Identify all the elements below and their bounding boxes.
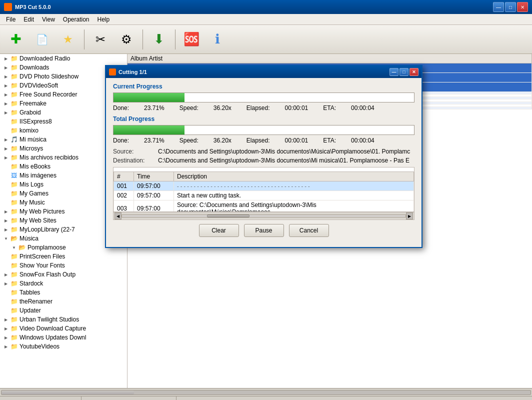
- expand-pomplamoose[interactable]: ▼: [10, 244, 18, 252]
- tree-item-urban-twilight[interactable]: ▶ 📁 Urban Twilight Studios: [0, 315, 127, 324]
- tree-label: DVDVideoSoft: [20, 82, 58, 89]
- tree-item-updater[interactable]: 📁 Updater: [0, 306, 127, 315]
- log-row[interactable]: 001 09:57:00 - - - - - - - - - - - - - -…: [114, 182, 414, 191]
- hscroll-right-btn[interactable]: ▶: [406, 212, 413, 220]
- hscroll-thumb[interactable]: [207, 214, 250, 218]
- tree-item-tabbles[interactable]: 📁 Tabbles: [0, 288, 127, 297]
- expand-mylooplibrary[interactable]: ▶: [2, 226, 10, 234]
- hscroll-track[interactable]: [122, 214, 406, 218]
- total-speed-label: Speed:: [180, 137, 198, 144]
- tree-item-snowfox[interactable]: ▶ 📁 SnowFox Flash Outp: [0, 270, 127, 279]
- tools-button[interactable]: ⚙: [114, 28, 138, 52]
- dialog-close-button[interactable]: ✕: [410, 68, 418, 76]
- tree-item-windows-updates[interactable]: ▶ 📁 Windows Updates Downl: [0, 333, 127, 342]
- expand-mis-archivos[interactable]: ▶: [2, 154, 10, 162]
- tree-item-youtube[interactable]: ▶ 📁 YoutubeVideos: [0, 342, 127, 351]
- tree-label: Música: [20, 235, 38, 242]
- expand-mis-logs[interactable]: [2, 180, 10, 188]
- add-files-button[interactable]: ✚: [4, 28, 28, 52]
- tree-label: Video Download Capture: [20, 325, 86, 332]
- folder-icon: 📁: [10, 298, 18, 306]
- tree-item-stardock[interactable]: ▶ 📁 Stardock: [0, 279, 127, 288]
- title-bar-buttons: — □ ✕: [493, 2, 528, 12]
- log-cell-desc: Start a new cutting task.: [174, 191, 414, 200]
- folder-icon: 📁: [10, 108, 18, 116]
- close-button[interactable]: ✕: [517, 2, 528, 12]
- hscroll-left-btn[interactable]: ◀: [114, 212, 122, 220]
- expand-dvdvideosoft[interactable]: ▶: [2, 82, 10, 90]
- tree-label: Windows Updates Downl: [20, 334, 86, 341]
- expand-dvd[interactable]: ▶: [2, 72, 10, 80]
- scissors-button[interactable]: ✂: [88, 28, 112, 52]
- tree-item-video-download[interactable]: ▶ 📁 Video Download Capture: [0, 324, 127, 333]
- expand-freemake[interactable]: ▶: [2, 100, 10, 108]
- tree-item-therenamer[interactable]: 📁 theRenamer: [0, 297, 127, 306]
- log-scroll-area[interactable]: # Time Description 001 09:57:00 - - - - …: [113, 167, 414, 212]
- expand-musica[interactable]: ▼: [2, 234, 10, 242]
- dialog-maximize-button[interactable]: □: [400, 68, 408, 76]
- menu-help[interactable]: Help: [94, 15, 114, 24]
- pause-button[interactable]: Pause: [244, 224, 284, 237]
- expand-mis-imagenes[interactable]: [2, 172, 10, 180]
- folder-icon: 📁: [10, 262, 18, 270]
- h-scrollbar-bottom[interactable]: [0, 388, 532, 396]
- cutting-dialog[interactable]: Cutting 1/1 — □ ✕ Current Progress Done:…: [105, 65, 422, 248]
- download-button[interactable]: ⬇: [147, 28, 171, 52]
- folder-open-icon: 📂: [10, 234, 18, 242]
- dialog-minimize-button[interactable]: —: [390, 68, 398, 76]
- tree-label: komixo: [20, 127, 38, 134]
- expand-video-download[interactable]: ▶: [2, 324, 10, 332]
- current-progress-bar: [113, 92, 414, 102]
- clear-button[interactable]: Clear: [199, 224, 239, 237]
- status-format: MP3: CBR 128 kbps; Automatic Frequency; …: [176, 396, 340, 400]
- expand-free-sound[interactable]: ▶: [2, 90, 10, 98]
- tree-item-show-your-fonts[interactable]: 📁 Show Your Fonts: [0, 261, 127, 270]
- log-row[interactable]: 003 09:57:00 Source: C:\Documents and Se…: [114, 200, 414, 212]
- minimize-button[interactable]: —: [493, 2, 504, 12]
- menu-view[interactable]: View: [38, 15, 59, 24]
- expand-windows-updates[interactable]: ▶: [2, 334, 10, 342]
- expand-mis-ebooks[interactable]: [2, 162, 10, 170]
- dialog-hscroll[interactable]: ◀ ▶: [113, 212, 414, 220]
- tree-label: Tabbles: [20, 289, 40, 296]
- expand-youtube[interactable]: ▶: [2, 342, 10, 350]
- log-cell-num: 002: [114, 191, 134, 200]
- help-lifesaver-button[interactable]: 🆘: [180, 28, 204, 52]
- expand-downloaded-radio[interactable]: ▶: [2, 54, 10, 62]
- expand-printscreen[interactable]: [2, 252, 10, 260]
- music-folder-icon: 🎵: [10, 136, 18, 144]
- expand-snowfox[interactable]: ▶: [2, 270, 10, 278]
- expand-mi-musica[interactable]: ▶: [2, 136, 10, 144]
- expand-komixo[interactable]: [2, 126, 10, 134]
- maximize-button[interactable]: □: [505, 2, 516, 12]
- cancel-button[interactable]: Cancel: [289, 224, 329, 237]
- log-row[interactable]: 002 09:57:00 Start a new cutting task.: [114, 191, 414, 200]
- col-album-artist[interactable]: Album Artist: [128, 54, 532, 63]
- expand-downloads[interactable]: ▶: [2, 64, 10, 72]
- menu-file[interactable]: File: [2, 15, 20, 24]
- expand-therenamer[interactable]: [2, 298, 10, 306]
- expand-graboid[interactable]: ▶: [2, 108, 10, 116]
- tree-item-downloaded-radio[interactable]: ▶ 📁 Downloaded Radio: [0, 54, 127, 63]
- expand-my-games[interactable]: [2, 190, 10, 198]
- info-button[interactable]: ℹ: [206, 28, 230, 52]
- add-page-button[interactable]: 📄: [30, 28, 54, 52]
- expand-my-web-pictures[interactable]: ▶: [2, 208, 10, 216]
- tree-label: My Games: [20, 190, 48, 197]
- expand-my-music[interactable]: [2, 198, 10, 206]
- expand-stardock[interactable]: ▶: [2, 280, 10, 288]
- expand-updater[interactable]: [2, 306, 10, 314]
- expand-tabbles[interactable]: [2, 288, 10, 296]
- expand-iis[interactable]: [2, 118, 10, 126]
- tree-item-printscreen[interactable]: 📁 PrintScreen Files: [0, 252, 127, 261]
- folder-icon: 📁: [10, 252, 18, 260]
- menu-operation[interactable]: Operation: [59, 15, 94, 24]
- dialog-title: Cutting 1/1: [118, 69, 390, 75]
- scissors-icon: ✂: [92, 32, 108, 48]
- expand-microsys[interactable]: ▶: [2, 144, 10, 152]
- expand-show-your-fonts[interactable]: [2, 262, 10, 270]
- expand-my-web-sites[interactable]: ▶: [2, 216, 10, 224]
- menu-edit[interactable]: Edit: [20, 15, 38, 24]
- add-star-button[interactable]: ★: [56, 28, 80, 52]
- expand-urban-twilight[interactable]: ▶: [2, 316, 10, 324]
